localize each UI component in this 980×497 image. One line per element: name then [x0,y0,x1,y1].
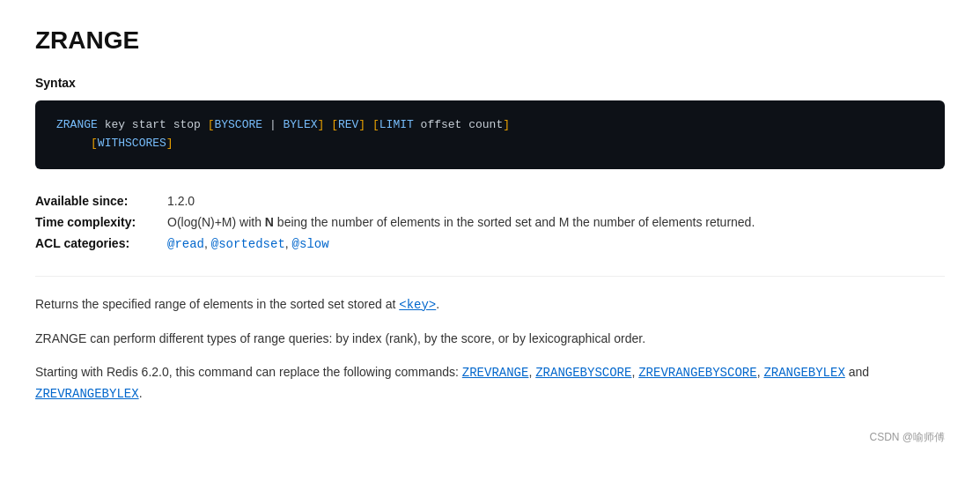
code-keyword-limit: LIMIT [379,118,414,131]
code-block: ZRANGE key start stop [BYSCORE | BYLEX] … [35,100,945,169]
code-param-key: key start stop [105,118,208,131]
p3-suffix: and [845,365,869,379]
meta-table: Available since: 1.2.0 Time complexity: … [35,190,755,255]
acl-sortedset[interactable]: @sortedset [211,237,285,251]
paragraph-2: ZRANGE can perform different types of ra… [35,329,945,348]
p1-key-link[interactable]: <key> [399,298,436,312]
acl-row: ACL categories: @read, @sortedset, @slow [35,233,755,255]
acl-sep-1: , [204,236,211,250]
paragraph-1: Returns the specified range of elements … [35,294,945,315]
code-param-offset: offset count [414,118,503,131]
syntax-section: Syntax ZRANGE key start stop [BYSCORE | … [35,76,945,169]
p1-prefix: Returns the specified range of elements … [35,297,399,311]
code-bracket-7: [ [91,137,98,150]
code-bracket-2: ] [318,118,325,131]
p3-link-zrangebylex[interactable]: ZRANGEBYLEX [763,366,844,380]
acl-slow[interactable]: @slow [292,237,329,251]
code-bracket-6: ] [503,118,510,131]
p3-link-zrangebyscore[interactable]: ZRANGEBYSCORE [535,366,631,380]
code-bracket-8: ] [166,137,173,150]
paragraph-3: Starting with Redis 6.2.0, this command … [35,362,945,404]
code-line-2: [WITHSCORES] [56,135,924,153]
p3-link-zrevrangebyscore[interactable]: ZREVRANGEBYSCORE [638,366,756,380]
acl-read[interactable]: @read [167,237,204,251]
code-keyword-bylex: BYLEX [283,118,317,131]
time-complexity-label: Time complexity: [35,211,167,233]
acl-label: ACL categories: [35,233,167,255]
acl-sep-2: , [285,236,292,250]
code-bracket-5: [ [372,118,379,131]
tc-n: N [265,215,274,229]
footer: CSDN @喻师傅 [35,430,945,445]
acl-value: @read, @sortedset, @slow [167,233,755,255]
code-indent [56,137,84,150]
page-title: ZRANGE [35,26,945,55]
tc-suffix: being the number of elements in the sort… [274,215,755,229]
p3-prefix: Starting with Redis 6.2.0, this command … [35,365,462,379]
p3-link-zrevrangebylex[interactable]: ZREVRANGEBYLEX [35,387,139,401]
available-since-value: 1.2.0 [167,190,755,211]
code-keyword-zrange: ZRANGE [56,118,98,131]
tc-prefix: O(log(N)+M) with [167,215,265,229]
time-complexity-row: Time complexity: O(log(N)+M) with N bein… [35,211,755,233]
code-separator-1: | [262,118,283,131]
code-line-1: ZRANGE key start stop [BYSCORE | BYLEX] … [56,116,924,135]
code-bracket-3: [ [331,118,338,131]
time-complexity-value: O(log(N)+M) with N being the number of e… [167,211,755,233]
available-since-label: Available since: [35,190,167,211]
code-keyword-rev: REV [338,118,358,131]
p3-link-zrevrange[interactable]: ZREVRANGE [462,366,529,380]
code-bracket-4: ] [358,118,365,131]
p3-end: . [139,386,143,400]
available-since-row: Available since: 1.2.0 [35,190,755,211]
code-keyword-withscores: WITHSCORES [98,137,166,150]
p1-suffix: . [436,297,439,311]
syntax-label: Syntax [35,76,945,90]
divider [35,276,945,277]
code-keyword-byscore: BYSCORE [214,118,262,131]
